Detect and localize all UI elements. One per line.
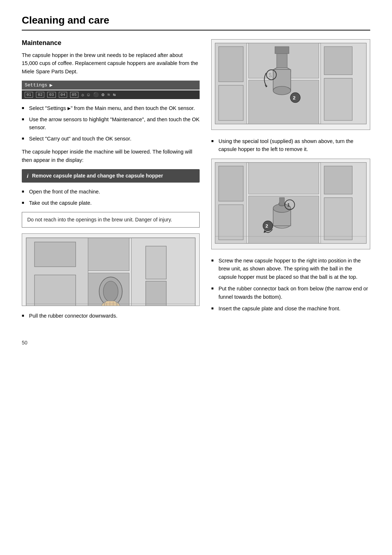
svg-rect-38 (219, 166, 243, 201)
settings-icons-bar: 01 02 03 04 05 ☼ ☺ ⚫ ⚙ ≈ ⇆ (22, 90, 200, 99)
svg-rect-43 (324, 166, 352, 194)
diagram-svg-top-right: 1 2 (212, 40, 370, 127)
icon-05: 05 (70, 92, 78, 98)
right-using-tool: Using the special tool (supplied) as sho… (211, 137, 370, 154)
svg-rect-49 (279, 198, 285, 205)
svg-rect-19 (219, 46, 243, 82)
svg-text:1: 1 (269, 72, 272, 78)
right-column: 1 2 Using the special tool (supplied) as… (211, 39, 370, 325)
icon-wave: ≈ (107, 92, 110, 98)
intro-text: The capsule hopper in the brew unit need… (22, 51, 200, 76)
steps-list: Select "Settings ▶" from the Main menu, … (22, 104, 200, 143)
svg-rect-15 (146, 281, 166, 306)
svg-text:1: 1 (287, 202, 290, 208)
svg-rect-20 (219, 85, 243, 121)
left-column: Maintenance The capsule hopper in the br… (22, 39, 200, 325)
pull-list: Pull the rubber connector downwards. (22, 312, 200, 320)
icon-settings2: ⚙ (102, 92, 105, 98)
step-1: Select "Settings ▶" from the Main menu, … (22, 104, 200, 112)
step-2: Use the arrow sensors to highlight "Main… (22, 115, 200, 132)
screw-item: Screw the new capsule hopper to the righ… (211, 257, 370, 281)
settings-bar: Settings ▶ (22, 81, 200, 90)
icon-04: 04 (59, 92, 67, 98)
svg-rect-35 (275, 46, 289, 53)
open-front: Open the front of the machine. (22, 188, 200, 196)
icon-arrows: ⇆ (113, 92, 116, 98)
step-3: Select "Carry out" and touch the OK sens… (22, 135, 200, 143)
bottom-diagram-left (22, 233, 200, 306)
svg-rect-39 (219, 205, 243, 240)
diagram-svg-bottom-left (22, 234, 199, 306)
rubber-item: Put the rubber connector back on from be… (211, 285, 370, 301)
icon-02: 02 (36, 92, 44, 98)
svg-text:2: 2 (293, 95, 296, 101)
svg-rect-5 (34, 242, 75, 267)
top-diagram-right: 1 2 (211, 39, 370, 130)
section-title: Maintenance (22, 39, 200, 47)
page-title: Cleaning and care (22, 15, 370, 30)
insert-item: Insert the capsule plate and close the m… (211, 305, 370, 313)
svg-rect-6 (34, 275, 75, 306)
diagram-svg-bottom-right: 1 2 (212, 159, 370, 247)
svg-rect-40 (249, 163, 319, 194)
svg-rect-2 (88, 238, 129, 271)
svg-text:2: 2 (265, 223, 268, 229)
icon-03: 03 (47, 92, 56, 98)
display-message: i Remove capsule plate and change the ca… (22, 169, 200, 183)
display-message-text: Remove capsule plate and change the caps… (32, 173, 163, 179)
svg-rect-25 (324, 78, 352, 121)
icon-sun: ☼ (81, 92, 84, 98)
icon-person: ☺ (87, 92, 90, 98)
info-icon: i (27, 173, 28, 179)
right-actions: Screw the new capsule hopper to the righ… (211, 257, 370, 313)
svg-rect-14 (146, 246, 166, 279)
warning-text: Do not reach into the openings in the br… (27, 217, 172, 223)
lowered-text: The capsule hopper inside the machine wi… (22, 148, 200, 164)
icon-01: 01 (25, 92, 33, 98)
svg-rect-44 (324, 198, 352, 240)
using-tool-item: Using the special tool (supplied) as sho… (211, 137, 370, 154)
settings-cursor-icon: ▶ (49, 82, 52, 88)
warning-box: Do not reach into the openings in the br… (22, 212, 200, 228)
settings-label: Settings (25, 82, 47, 88)
take-out: Take out the capsule plate. (22, 199, 200, 207)
page-number: 50 (22, 340, 370, 346)
pull-rubber: Pull the rubber connector downwards. (22, 312, 200, 320)
bottom-diagram-right: 1 2 (211, 159, 370, 249)
svg-point-8 (103, 281, 118, 302)
icon-figure: ⚫ (93, 92, 99, 98)
svg-point-28 (273, 86, 291, 95)
action-list: Open the front of the machine. Take out … (22, 188, 200, 207)
svg-rect-24 (324, 46, 352, 75)
